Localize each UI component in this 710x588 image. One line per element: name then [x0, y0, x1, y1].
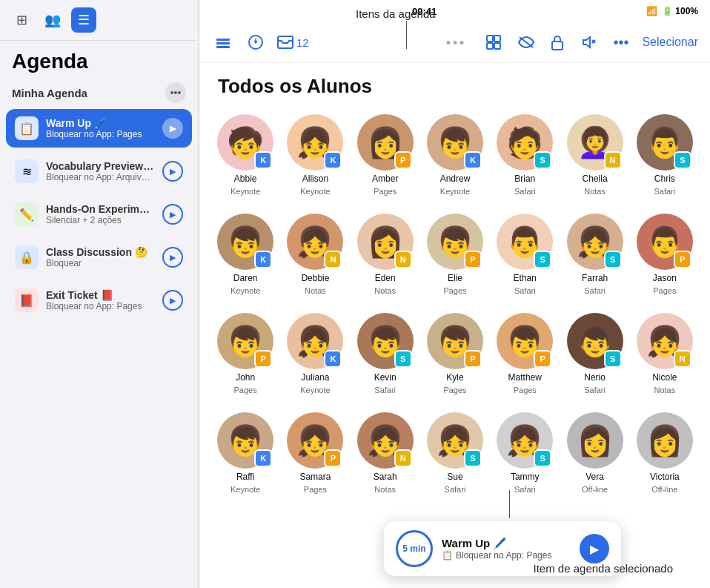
student-card-daren[interactable]: 👦KDarenKeynote: [212, 209, 279, 300]
student-card-victoria[interactable]: 👩VictoriaOff-line: [631, 408, 698, 498]
student-app-badge-debbie: N: [324, 251, 342, 268]
toolbar-more-button[interactable]: •••: [610, 31, 631, 54]
agenda-item-vocabulary[interactable]: ≋ Vocabulary Preview 💡 Bloquear no App: …: [6, 152, 192, 191]
agenda-item-vocabulary-subtitle: Bloquear no App: Arquivos +...: [46, 172, 155, 182]
student-name-matthew: Matthew: [508, 372, 542, 383]
student-card-raffi[interactable]: 👦KRaffiKeynote: [212, 408, 279, 498]
student-app-badge-elie: P: [464, 251, 482, 268]
student-app-label-elie: Pages: [443, 286, 466, 295]
svg-rect-9: [494, 43, 500, 49]
student-app-badge-sarah: N: [394, 449, 412, 467]
student-card-matthew[interactable]: 👦PMatthewPages: [491, 308, 558, 399]
student-app-label-kyle: Pages: [443, 386, 466, 394]
sidebar-btn-students[interactable]: 👥: [40, 7, 65, 33]
student-app-label-farrah: Safari: [584, 286, 606, 295]
agenda-item-vocabulary-title: Vocabulary Preview 💡: [46, 160, 155, 172]
student-card-jason[interactable]: 👨PJasonPages: [631, 209, 698, 300]
status-bar: 09:41 📶 🔋 100%: [400, 0, 710, 22]
agenda-item-class-discussion-icon: 🔒: [15, 245, 39, 269]
agenda-item-warm-up[interactable]: 📋 Warm Up 🖊️ Bloquear no App: Pages ▶: [6, 109, 192, 148]
student-app-badge-allison: K: [324, 151, 342, 169]
student-app-label-andrew: Keynote: [440, 187, 470, 196]
agenda-item-exit-ticket-title: Exit Ticket 📕: [46, 289, 155, 301]
agenda-item-class-discussion[interactable]: 🔒 Class Discussion 🤔 Bloquear ▶: [6, 238, 192, 277]
student-card-chris[interactable]: 👨SChrisSafari: [631, 110, 698, 200]
student-card-abbie[interactable]: 🧒KAbbieKeynote: [212, 110, 279, 200]
student-name-debbie: Debbie: [301, 273, 329, 283]
agenda-item-exit-ticket-play[interactable]: ▶: [162, 290, 183, 311]
student-app-label-kevin: Safari: [374, 386, 396, 394]
now-playing-subtitle-icon: 📋: [442, 550, 453, 561]
student-card-vera[interactable]: 👩VeraOff-line: [561, 408, 628, 498]
student-name-ethan: Ethan: [514, 273, 537, 283]
student-card-eden[interactable]: 👩NEdenNotas: [352, 209, 419, 300]
sidebar-title: Agenda: [0, 41, 198, 76]
student-card-amber[interactable]: 👩PAmberPages: [352, 110, 419, 200]
toolbar-dots: [447, 41, 464, 44]
toolbar-mute-button[interactable]: [577, 31, 600, 53]
toolbar-lock-button[interactable]: [548, 31, 567, 53]
student-card-kevin[interactable]: 👦SKevinSafari: [352, 308, 419, 399]
student-app-label-daren: Keynote: [230, 286, 260, 295]
student-name-chella: Chella: [583, 174, 608, 184]
sidebar-btn-list[interactable]: ☰: [71, 7, 96, 33]
now-playing-play-button[interactable]: ▶: [580, 534, 609, 564]
agenda-item-warm-up-play[interactable]: ▶: [162, 118, 183, 139]
student-card-samara[interactable]: 👧PSamaraPages: [282, 408, 348, 498]
student-card-ethan[interactable]: 👨SEthanSafari: [491, 209, 558, 300]
student-card-john[interactable]: 👦PJohnPages: [212, 308, 279, 399]
student-card-debbie[interactable]: 👧NDebbieNotas: [282, 209, 348, 300]
student-card-brian[interactable]: 🧑SBrianSafari: [491, 110, 558, 200]
agenda-item-hands-on[interactable]: ✏️ Hands-On Experiment 🖊️ Silenciar + 2 …: [6, 195, 192, 234]
student-app-label-juliana: Keynote: [300, 386, 330, 394]
toolbar-inbox-badge[interactable]: 12: [277, 36, 309, 49]
student-app-badge-jason: P: [674, 251, 691, 268]
student-card-chella[interactable]: 👩‍🦱NChellaNotas: [561, 110, 628, 200]
sidebar: ⊞ 👥 ☰ Agenda Minha Agenda ••• 📋 Warm Up …: [0, 0, 199, 588]
student-app-label-matthew: Pages: [514, 386, 537, 394]
agenda-item-hands-on-play[interactable]: ▶: [162, 204, 183, 225]
agenda-item-hands-on-subtitle: Silenciar + 2 ações: [46, 215, 155, 225]
wifi-icon: 📶: [646, 6, 657, 16]
student-card-nicole[interactable]: 👧NNicoleNotas: [631, 308, 698, 399]
toolbar-eye-off-button[interactable]: [515, 33, 537, 52]
student-card-sue[interactable]: 👧SSueSafari: [422, 408, 488, 498]
toolbar-grid-button[interactable]: [482, 31, 505, 53]
student-card-juliana[interactable]: 👧KJulianaKeynote: [282, 308, 348, 399]
student-app-label-sarah: Notas: [374, 485, 396, 494]
page-title: Todos os Alunos: [218, 75, 692, 98]
student-card-allison[interactable]: 👧KAllisonKeynote: [282, 110, 348, 200]
student-app-badge-abbie: K: [254, 151, 272, 169]
sidebar-more-button[interactable]: •••: [165, 82, 186, 103]
now-playing-subtitle: 📋 Bloquear no App: Pages: [442, 550, 571, 561]
student-card-tammy[interactable]: 👧STammySafari: [491, 408, 558, 498]
agenda-item-exit-ticket[interactable]: 📕 Exit Ticket 📕 Bloquear no App: Pages ▶: [6, 281, 192, 320]
sidebar-section-header: Minha Agenda •••: [0, 76, 198, 106]
sidebar-btn-panels[interactable]: ⊞: [9, 7, 34, 33]
annotation-top-label: Itens da agenda: [356, 7, 436, 20]
student-app-badge-farrah: S: [604, 251, 622, 268]
student-app-badge-juliana: K: [324, 350, 342, 368]
agenda-item-class-discussion-play[interactable]: ▶: [162, 247, 183, 268]
now-playing-info: Warm Up 🖊️ 📋 Bloquear no App: Pages: [442, 537, 571, 561]
toolbar-compass-button[interactable]: [245, 31, 267, 53]
student-app-label-allison: Keynote: [300, 187, 330, 196]
student-card-andrew[interactable]: 👦KAndrewKeynote: [422, 110, 488, 200]
sidebar-section-label: Minha Agenda: [12, 87, 87, 99]
student-name-brian: Brian: [514, 174, 535, 184]
toolbar-layers-button[interactable]: [212, 31, 234, 53]
main-content: 09:41 📶 🔋 100%: [200, 0, 710, 588]
student-card-nerio[interactable]: 👦SNerioSafari: [561, 308, 628, 399]
student-name-raffi: Raffi: [236, 472, 254, 482]
student-card-farrah[interactable]: 👧SFarrahSafari: [561, 209, 628, 300]
student-name-daren: Daren: [233, 273, 258, 283]
inbox-count: 12: [296, 36, 309, 49]
agenda-item-vocabulary-play[interactable]: ▶: [162, 161, 183, 182]
student-app-label-abbie: Keynote: [230, 187, 260, 196]
student-card-elie[interactable]: 👦PEliePages: [422, 209, 488, 300]
toolbar-select-button[interactable]: Selecionar: [642, 36, 698, 49]
student-app-label-amber: Pages: [374, 187, 397, 196]
student-card-sarah[interactable]: 👧NSarahNotas: [352, 408, 419, 498]
student-card-kyle[interactable]: 👦PKylePages: [422, 308, 488, 399]
student-name-john: John: [236, 372, 255, 383]
